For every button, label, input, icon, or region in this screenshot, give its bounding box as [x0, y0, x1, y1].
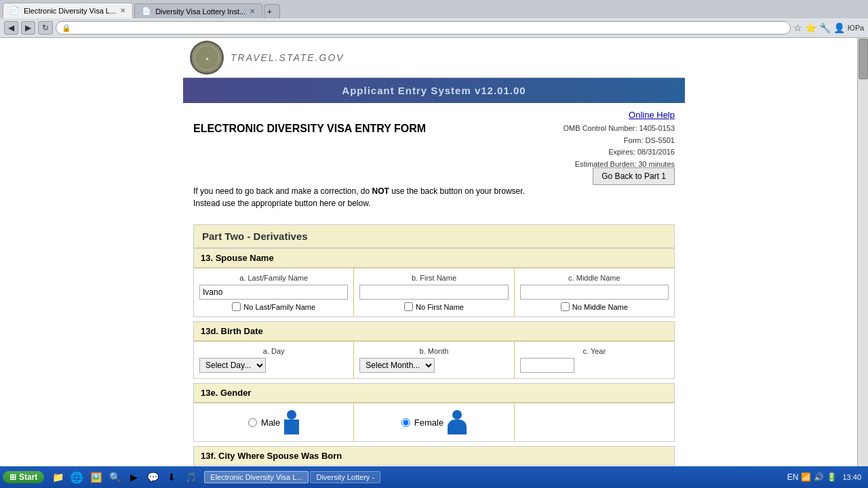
lang-icon: EN — [787, 472, 799, 482]
nav-bar: ◀ ▶ ↻ 🔒 https://www.dvlottery.state.gov/… — [0, 18, 868, 37]
female-body-icon — [448, 420, 467, 434]
tab-close-1[interactable]: ✕ — [120, 7, 125, 14]
month-select[interactable]: Select Month... JanuaryFebruaryMarch Apr… — [359, 358, 435, 373]
taskbar-magnifier-icon[interactable]: 🔍 — [106, 469, 123, 485]
first-name-input[interactable] — [359, 285, 508, 300]
go-back-button[interactable]: Go Back to Part 1 — [593, 167, 675, 185]
section-13f-title: 13f. City Where Spouse Was Born — [194, 447, 674, 466]
last-name-label: a. Last/Family Name — [199, 274, 348, 282]
online-help-link[interactable]: Online Help — [629, 110, 675, 120]
year-col: c. Year — [515, 342, 674, 378]
tab-label-2: Diversity Visa Lottery Inst... — [155, 7, 245, 16]
form-number: Form: DS-5501 — [564, 135, 675, 147]
year-input[interactable] — [520, 358, 574, 373]
taskbar-media-icon[interactable]: ▶ — [125, 469, 142, 485]
bookmark-icon[interactable]: ☆ — [793, 22, 802, 33]
day-select[interactable]: Select Day... 12345 678910 1112131415 16… — [199, 358, 266, 373]
no-last-name-row: No Last/Family Name — [199, 302, 348, 311]
birth-date-field-group: a. Day Select Day... 12345 678910 111213… — [194, 341, 674, 378]
tab-diversity-lottery[interactable]: 📄 Diversity Visa Lottery Inst... ✕ — [134, 3, 262, 18]
taskbar-right: EN 📶 🔊 🔋 13:40 — [783, 472, 865, 482]
taskbar: ⊞ Start 📁 🌐 🖼️ 🔍 ▶ 💬 ⬇ 🎵 Electronic Dive… — [0, 466, 868, 488]
female-col: Female — [354, 403, 514, 441]
no-first-name-row: No First Name — [359, 302, 508, 311]
system-tray: EN 📶 🔊 🔋 — [787, 472, 837, 482]
gov-logo-bar: ★ TRAVEL.STATE.GOV — [183, 38, 685, 78]
taskbar-quick-icons: 📁 🌐 🖼️ 🔍 ▶ 💬 ⬇ 🎵 — [50, 469, 199, 485]
first-name-label: b. First Name — [359, 274, 508, 282]
middle-name-input[interactable] — [520, 285, 669, 300]
scroll-thumb[interactable] — [859, 39, 868, 79]
user-icon[interactable]: 👤 — [833, 22, 845, 33]
no-last-name-checkbox[interactable] — [232, 302, 241, 311]
nav-user-label: ЮРа — [848, 24, 864, 32]
gov-text-label: TRAVEL.STATE.GOV — [231, 52, 344, 63]
svg-text:★: ★ — [205, 57, 209, 61]
taskbar-app-2[interactable]: Diversity Lottery - — [310, 471, 380, 483]
site-header-banner: Applicant Entry System v12.01.00 — [183, 78, 685, 103]
taskbar-paint-icon[interactable]: 🖼️ — [87, 469, 104, 485]
notice-bold: NOT — [372, 186, 389, 196]
taskbar-time: 13:40 — [842, 473, 861, 481]
start-label: Start — [19, 472, 37, 482]
last-name-input[interactable] — [199, 285, 348, 300]
time-display: 13:40 — [842, 473, 861, 481]
section-13e-title: 13e. Gender — [194, 384, 674, 403]
taskbar-download-icon[interactable]: ⬇ — [163, 469, 180, 485]
app-title: Applicant Entry System v12.01.00 — [342, 85, 526, 96]
first-name-col: b. First Name No First Name — [354, 268, 514, 317]
no-last-name-label: No Last/Family Name — [243, 303, 315, 311]
no-middle-name-checkbox[interactable] — [561, 302, 570, 311]
star-icon[interactable]: ⭐ — [805, 22, 816, 33]
female-radio[interactable] — [401, 418, 410, 427]
taskbar-explorer-icon[interactable]: 📁 — [50, 469, 66, 485]
section-13-title: 13. Spouse Name — [194, 249, 674, 268]
windows-logo: ⊞ — [9, 472, 16, 482]
address-bar: 🔒 https://www.dvlottery.state.gov/applic… — [56, 21, 791, 35]
refresh-btn[interactable]: ↻ — [38, 21, 53, 35]
lock-icon: 🔒 — [62, 24, 71, 33]
form-header-row: OMB Control Number: 1405-0153 Form: DS-5… — [193, 123, 675, 170]
expires: Expires: 08/31/2016 — [564, 146, 675, 159]
gender-row: Male Female — [194, 403, 674, 441]
network-icon: 📶 — [801, 472, 811, 482]
month-label: b. Month — [359, 347, 508, 355]
scrollbar[interactable] — [857, 38, 868, 466]
new-tab-btn[interactable]: + — [264, 4, 280, 18]
tab-icon-2: 📄 — [142, 7, 151, 16]
start-button[interactable]: ⊞ Start — [3, 471, 44, 483]
male-person-icon — [284, 410, 299, 434]
tab-electronic-diversity[interactable]: 📄 Electronic Diversity Visa L... ✕ — [3, 3, 133, 18]
browser-chrome: 📄 Electronic Diversity Visa L... ✕ 📄 Div… — [0, 0, 868, 38]
omb-number: OMB Control Number: 1405-0153 — [564, 123, 675, 135]
taskbar-music-icon[interactable]: 🎵 — [182, 469, 199, 485]
day-col: a. Day Select Day... 12345 678910 111213… — [194, 342, 354, 378]
no-middle-name-row: No Middle Name — [520, 302, 669, 311]
tab-bar: 📄 Electronic Diversity Visa L... ✕ 📄 Div… — [0, 0, 868, 18]
middle-name-col: c. Middle Name No Middle Name — [515, 268, 674, 317]
no-middle-name-label: No Middle Name — [572, 303, 628, 311]
last-name-col: a. Last/Family Name No Last/Family Name — [194, 268, 354, 317]
male-radio[interactable] — [248, 418, 257, 427]
section-13e-gender: 13e. Gender Male Female — [193, 383, 675, 442]
address-input[interactable]: https://www.dvlottery.state.gov/applicat… — [74, 23, 785, 33]
form-area: Online Help OMB Control Number: 1405-015… — [183, 103, 685, 488]
tab-close-2[interactable]: ✕ — [250, 7, 255, 15]
no-first-name-checkbox[interactable] — [404, 302, 413, 311]
notice-text-3: Instead use the appropriate button here … — [193, 199, 371, 208]
taskbar-chrome-icon[interactable]: 🌐 — [68, 469, 85, 485]
year-label: c. Year — [520, 347, 669, 355]
male-head-icon — [287, 410, 296, 420]
name-field-group: a. Last/Family Name No Last/Family Name … — [194, 268, 674, 317]
taskbar-skype-icon[interactable]: 💬 — [144, 469, 161, 485]
back-btn[interactable]: ◀ — [4, 21, 18, 35]
taskbar-app-1[interactable]: Electronic Diversity Visa L... — [204, 471, 309, 483]
section-13-spouse-name: 13. Spouse Name a. Last/Family Name No L… — [193, 248, 675, 317]
extensions-icon[interactable]: 🔧 — [819, 22, 831, 33]
female-person-icon — [448, 410, 467, 434]
month-col: b. Month Select Month... JanuaryFebruary… — [354, 342, 514, 378]
section-13d-birth-date: 13d. Birth Date a. Day Select Day... 123… — [193, 321, 675, 379]
notice-text-1: If you need to go back and make a correc… — [193, 186, 372, 196]
form-meta: OMB Control Number: 1405-0153 Form: DS-5… — [564, 123, 675, 170]
forward-btn[interactable]: ▶ — [21, 21, 35, 35]
